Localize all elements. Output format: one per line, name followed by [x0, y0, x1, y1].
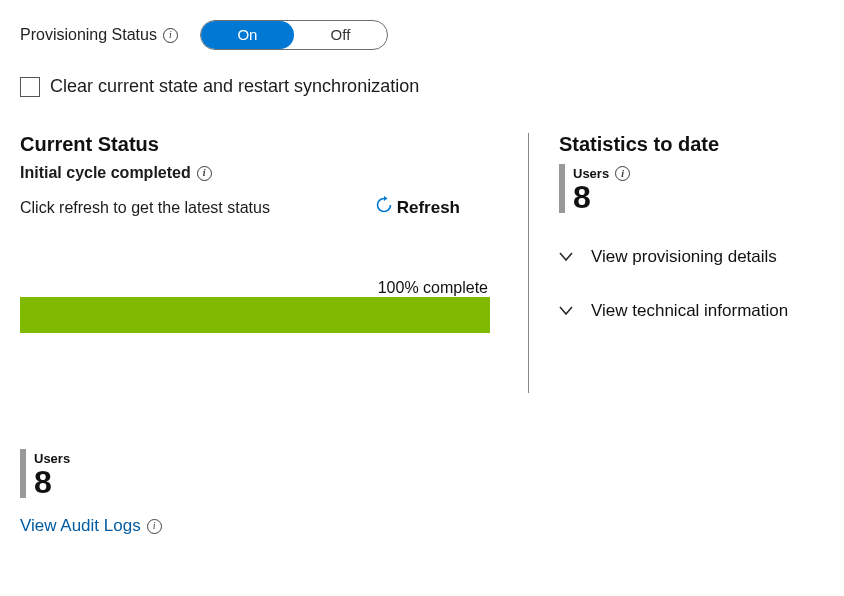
toggle-off[interactable]: Off — [294, 21, 387, 49]
current-status-title: Current Status — [20, 133, 490, 156]
refresh-icon — [375, 196, 393, 219]
info-icon[interactable]: i — [615, 166, 630, 181]
expand-label: View technical information — [591, 301, 788, 321]
view-audit-logs-link[interactable]: View Audit Logs i — [20, 516, 162, 536]
expand-label: View provisioning details — [591, 247, 777, 267]
chevron-down-icon — [559, 306, 573, 316]
clear-state-label: Clear current state and restart synchron… — [50, 76, 419, 97]
statistics-title: Statistics to date — [559, 133, 824, 156]
progress-bar — [20, 297, 490, 333]
stat-accent-bar — [20, 449, 26, 498]
refresh-label: Refresh — [397, 198, 460, 218]
column-divider — [528, 133, 529, 393]
provisioning-toggle[interactable]: On Off — [200, 20, 388, 50]
view-technical-information[interactable]: View technical information — [559, 301, 824, 321]
refresh-button[interactable]: Refresh — [375, 196, 460, 219]
chevron-down-icon — [559, 252, 573, 262]
provisioning-status-label: Provisioning Status — [20, 26, 157, 44]
info-icon[interactable]: i — [197, 166, 212, 181]
progress-label: 100% complete — [20, 279, 490, 297]
status-hint: Click refresh to get the latest status — [20, 199, 270, 217]
info-icon[interactable]: i — [147, 519, 162, 534]
current-status-subtitle: Initial cycle completed — [20, 164, 191, 182]
users-stat-value: 8 — [573, 181, 630, 213]
clear-state-checkbox[interactable] — [20, 77, 40, 97]
view-provisioning-details[interactable]: View provisioning details — [559, 247, 824, 267]
toggle-on[interactable]: On — [201, 21, 294, 49]
users-bottom-value: 8 — [34, 466, 70, 498]
info-icon[interactable]: i — [163, 28, 178, 43]
audit-link-label: View Audit Logs — [20, 516, 141, 536]
stat-accent-bar — [559, 164, 565, 213]
